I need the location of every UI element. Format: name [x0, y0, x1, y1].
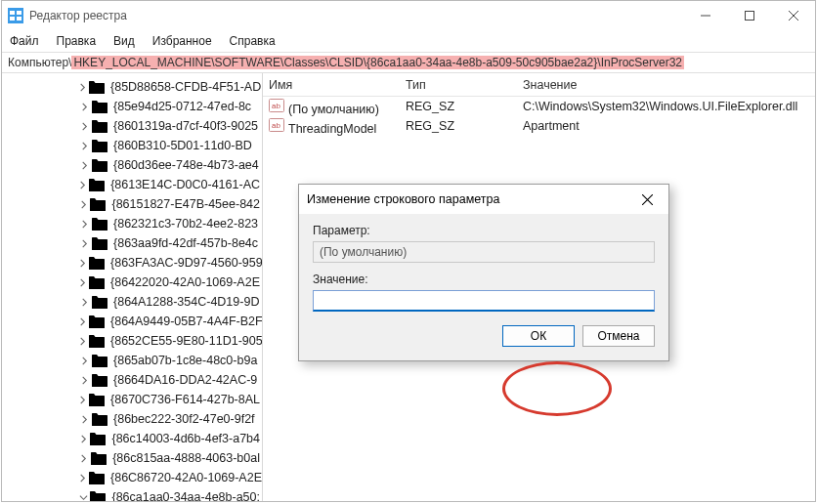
list-header[interactable]: Имя Тип Значение — [263, 73, 815, 97]
chevron-right-icon[interactable] — [78, 120, 90, 132]
tree-label: {85D88658-CFDB-4F51-AD — [108, 80, 263, 94]
value-type: REG_SZ — [406, 100, 523, 113]
tree-row[interactable]: {85D88658-CFDB-4F51-AD — [2, 77, 262, 97]
tree-label: {863aa9fd-42df-457b-8e4c — [111, 236, 260, 250]
tree-row[interactable]: {86c14003-4d6b-4ef3-a7b4 — [2, 429, 262, 448]
chevron-right-icon[interactable] — [78, 433, 88, 444]
tree-row[interactable]: {8613E14C-D0C0-4161-AC — [2, 175, 262, 194]
folder-icon — [89, 335, 105, 348]
tree-row[interactable]: {860B310-5D01-11d0-BD — [2, 136, 262, 155]
maximize-button[interactable] — [727, 1, 771, 30]
edit-string-dialog: Изменение строкового параметра Параметр:… — [298, 184, 669, 361]
dialog-close-button[interactable] — [633, 194, 661, 205]
value-row[interactable]: (По умолчанию)REG_SZC:\Windows\System32\… — [263, 97, 815, 116]
folder-icon — [92, 159, 108, 172]
chevron-right-icon[interactable] — [78, 413, 90, 425]
folder-icon — [90, 491, 106, 502]
folder-icon — [92, 140, 108, 152]
tree-row[interactable]: {86c815aa-4888-4063-b0al — [2, 448, 262, 468]
chevron-right-icon[interactable] — [78, 81, 87, 93]
chevron-right-icon[interactable] — [78, 452, 89, 464]
tree-label: {86ca1aa0-34aa-4e8b-a50: — [109, 490, 262, 501]
tree-row[interactable]: {86151827-E47B-45ee-842 — [2, 194, 262, 214]
tree-row[interactable]: {86ca1aa0-34aa-4e8b-a50: — [2, 487, 262, 501]
tree-row[interactable]: {860d36ee-748e-4b73-ae4 — [2, 155, 262, 175]
chevron-right-icon[interactable] — [78, 296, 90, 308]
chevron-right-icon[interactable] — [78, 394, 87, 405]
address-path: HKEY_LOCAL_MACHINE\SOFTWARE\Classes\CLSI… — [71, 56, 684, 69]
chevron-right-icon[interactable] — [78, 335, 87, 347]
tree-label: {863FA3AC-9D97-4560-959 — [108, 256, 263, 270]
tree-row[interactable]: {8652CE55-9E80-11D1-905 — [2, 331, 262, 351]
chevron-right-icon[interactable] — [78, 276, 87, 288]
tree-row[interactable]: {86bec222-30f2-47e0-9f2f — [2, 409, 262, 429]
col-value[interactable]: Значение — [523, 78, 815, 92]
tree-label: {8652CE55-9E80-11D1-905 — [108, 334, 263, 348]
tree-label: {8601319a-d7cf-40f3-9025 — [111, 119, 260, 133]
dialog-title: Изменение строкового параметра — [307, 192, 633, 206]
minimize-button[interactable] — [683, 1, 727, 30]
value-type: REG_SZ — [406, 119, 523, 133]
cancel-button[interactable]: Отмена — [582, 325, 655, 347]
folder-icon — [89, 472, 105, 484]
chevron-right-icon[interactable] — [78, 355, 90, 366]
tree-row[interactable]: {85e94d25-0712-47ed-8c — [2, 97, 262, 116]
tree-row[interactable]: {8664DA16-DDA2-42AC-9 — [2, 370, 262, 390]
address-bar[interactable]: Компьютер\HKEY_LOCAL_MACHINE\SOFTWARE\Cl… — [2, 52, 815, 73]
tree-label: {864A1288-354C-4D19-9D — [111, 295, 261, 309]
chevron-down-icon[interactable] — [78, 491, 88, 501]
folder-icon — [89, 81, 105, 94]
folder-icon — [91, 452, 107, 465]
close-button[interactable] — [771, 1, 815, 30]
tree-label: {862321c3-70b2-4ee2-823 — [111, 217, 260, 231]
chevron-right-icon[interactable] — [78, 257, 87, 269]
col-type[interactable]: Тип — [406, 78, 523, 92]
tree-label: {86422020-42A0-1069-A2E — [108, 275, 262, 289]
chevron-right-icon[interactable] — [78, 159, 90, 171]
tree-row[interactable]: {862321c3-70b2-4ee2-823 — [2, 214, 262, 233]
tree-label: {8670C736-F614-427b-8AL — [108, 393, 262, 406]
tree-row[interactable]: {86C86720-42A0-1069-A2E — [2, 468, 262, 487]
tree-row[interactable]: {8601319a-d7cf-40f3-9025 — [2, 116, 262, 136]
col-name[interactable]: Имя — [269, 78, 406, 92]
menu-file[interactable]: Файл — [8, 32, 41, 50]
value-input[interactable] — [313, 290, 655, 312]
tree-label: {86c14003-4d6b-4ef3-a7b4 — [109, 432, 262, 445]
tree-row[interactable]: {863FA3AC-9D97-4560-959 — [2, 253, 262, 273]
folder-icon — [90, 198, 106, 211]
folder-icon — [90, 433, 106, 445]
window-title: Редактор реестра — [29, 9, 683, 22]
chevron-right-icon[interactable] — [78, 237, 90, 249]
key-tree[interactable]: {85D88658-CFDB-4F51-AD{85e94d25-0712-47e… — [2, 73, 263, 501]
chevron-right-icon[interactable] — [78, 315, 87, 327]
string-value-icon — [269, 98, 284, 113]
regedit-icon — [8, 8, 23, 23]
chevron-right-icon[interactable] — [78, 179, 87, 190]
tree-label: {860d36ee-748e-4b73-ae4 — [111, 158, 261, 172]
dialog-titlebar[interactable]: Изменение строкового параметра — [299, 185, 668, 214]
value-row[interactable]: ThreadingModelREG_SZApartment — [263, 116, 815, 136]
titlebar[interactable]: Редактор реестра — [2, 1, 815, 30]
ok-button[interactable]: ОК — [502, 325, 575, 347]
chevron-right-icon[interactable] — [78, 472, 87, 483]
tree-row[interactable]: {864A9449-05B7-4A4F-B2F — [2, 312, 262, 331]
tree-row[interactable]: {865ab07b-1c8e-48c0-b9a — [2, 351, 262, 370]
menu-help[interactable]: Справка — [228, 32, 278, 50]
folder-icon — [92, 101, 108, 113]
tree-row[interactable]: {864A1288-354C-4D19-9D — [2, 292, 262, 312]
tree-row[interactable]: {863aa9fd-42df-457b-8e4c — [2, 233, 262, 253]
menubar: Файл Правка Вид Избранное Справка — [2, 30, 815, 52]
menu-edit[interactable]: Правка — [55, 32, 99, 50]
tree-row[interactable]: {8670C736-F614-427b-8AL — [2, 390, 262, 409]
menu-view[interactable]: Вид — [111, 32, 137, 50]
chevron-right-icon[interactable] — [78, 374, 90, 386]
tree-row[interactable]: {86422020-42A0-1069-A2E — [2, 273, 262, 292]
chevron-right-icon[interactable] — [78, 101, 90, 112]
string-value-icon — [269, 117, 284, 133]
menu-favorites[interactable]: Избранное — [150, 32, 214, 50]
chevron-right-icon[interactable] — [78, 198, 88, 210]
folder-icon — [92, 296, 108, 309]
chevron-right-icon[interactable] — [78, 140, 90, 151]
tree-label: {86C86720-42A0-1069-A2E — [108, 471, 263, 484]
chevron-right-icon[interactable] — [78, 218, 90, 230]
